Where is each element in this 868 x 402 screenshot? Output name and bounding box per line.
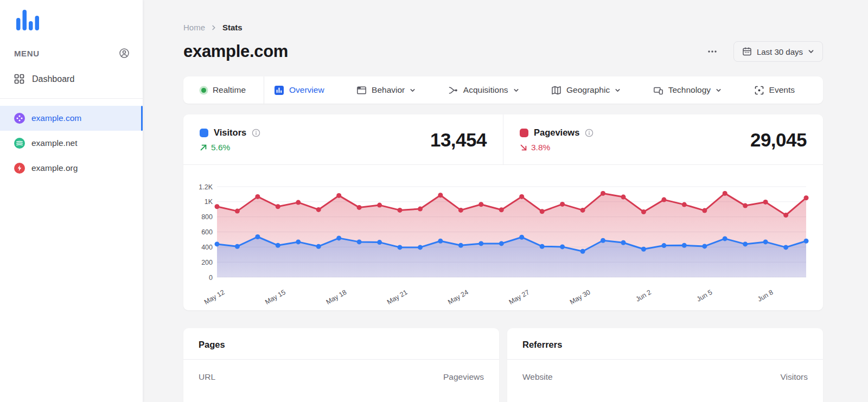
metric-change-value: 3.8%	[531, 143, 550, 152]
sidebar-item-example-com[interactable]: example.com	[0, 106, 143, 131]
app-logo-icon	[14, 8, 39, 31]
website-name: example.com	[31, 113, 81, 123]
svg-text:May 21: May 21	[386, 288, 409, 306]
website-waves-icon	[14, 138, 25, 149]
panel-title: Pages	[183, 328, 499, 360]
sidebar-divider	[0, 98, 143, 99]
metric-change-value: 5.6%	[211, 143, 230, 152]
info-icon[interactable]	[585, 129, 593, 137]
tab-label: Behavior	[372, 85, 405, 95]
svg-text:May 15: May 15	[264, 288, 287, 306]
metric-info: Pageviews 3.8%	[520, 127, 593, 152]
metric-visitors: Visitors 5.6% 1	[183, 114, 503, 164]
tab-bar: Realtime Overview	[183, 76, 823, 104]
svg-text:Jun 2: Jun 2	[634, 288, 653, 303]
svg-text:May 27: May 27	[508, 288, 531, 306]
visitors-count: 13,454	[430, 129, 487, 151]
page-title: example.com	[183, 42, 288, 61]
sidebar-item-example-net[interactable]: example.net	[0, 131, 143, 156]
menu-label: MENU	[14, 49, 40, 58]
metric-info: Visitors 5.6%	[200, 127, 260, 152]
svg-text:May 24: May 24	[446, 288, 470, 306]
metric-label: Visitors	[214, 127, 246, 138]
svg-text:600: 600	[201, 228, 213, 236]
more-options-button[interactable]	[704, 44, 720, 59]
chevron-down-icon	[615, 87, 621, 93]
tab-behavior[interactable]: Behavior	[356, 85, 416, 95]
tab-label: Acquisitions	[463, 85, 508, 95]
branch-flow-icon	[448, 85, 458, 95]
svg-text:May 12: May 12	[203, 288, 226, 306]
panel-title: Referrers	[507, 328, 823, 360]
breadcrumb-chevron-icon	[210, 24, 217, 31]
svg-text:Jun 5: Jun 5	[695, 288, 714, 303]
bar-chart-icon	[274, 85, 284, 95]
breadcrumb: Home Stats	[183, 23, 823, 32]
info-icon[interactable]	[252, 129, 260, 137]
detail-panels: Pages URL Pageviews Referrers Website Vi…	[183, 328, 823, 402]
svg-text:May 30: May 30	[569, 288, 592, 306]
svg-text:0: 0	[209, 274, 213, 282]
tab-events[interactable]: Events	[754, 85, 795, 95]
metrics-row: Visitors 5.6% 1	[183, 114, 823, 165]
tab-technology[interactable]: Technology	[653, 85, 722, 95]
calendar-icon	[742, 47, 752, 56]
svg-text:May 18: May 18	[325, 288, 348, 306]
sidebar-item-example-org[interactable]: example.org	[0, 156, 143, 181]
header-actions: Last 30 days	[704, 41, 823, 62]
column-header-url: URL	[199, 372, 215, 382]
scan-target-icon	[754, 85, 764, 95]
metric-change: 5.6%	[200, 143, 260, 152]
tab-overview[interactable]: Overview	[274, 85, 324, 95]
arrow-up-right-icon	[200, 144, 207, 151]
tab-label: Overview	[289, 85, 324, 95]
svg-text:Jun 8: Jun 8	[756, 288, 775, 303]
breadcrumb-home-link[interactable]: Home	[183, 23, 205, 32]
svg-text:1K: 1K	[205, 198, 213, 206]
pageviews-count: 29,045	[750, 129, 807, 151]
arrow-down-right-icon	[520, 144, 527, 151]
date-range-label: Last 30 days	[757, 47, 803, 56]
tab-label: Realtime	[213, 85, 246, 95]
pages-panel: Pages URL Pageviews	[183, 328, 499, 402]
app: MENU Dashboard	[0, 0, 868, 402]
overview-section: Visitors 5.6% 1	[183, 114, 823, 310]
overview-chart[interactable]: 02004006008001K1.2KMay 12May 15May 18May…	[183, 165, 823, 310]
main-content: Home Stats example.com	[143, 0, 868, 402]
page-header: example.com Last 30 days	[183, 40, 823, 63]
metric-label: Pageviews	[534, 127, 579, 138]
visitors-color-swatch	[200, 129, 208, 137]
metric-pageviews: Pageviews 3.8%	[503, 114, 823, 164]
svg-text:1.2K: 1.2K	[199, 183, 213, 191]
chevron-down-icon	[808, 48, 814, 55]
tab-realtime[interactable]: Realtime	[183, 76, 264, 104]
website-name: example.net	[31, 138, 77, 148]
sidebar-item-dashboard[interactable]: Dashboard	[0, 66, 143, 92]
tab-label: Geographic	[566, 85, 610, 95]
column-header-website: Website	[522, 372, 553, 382]
user-profile-icon[interactable]	[119, 48, 130, 59]
svg-text:200: 200	[201, 259, 213, 266]
sidebar-item-label: Dashboard	[32, 74, 74, 84]
realtime-status-dot-icon	[201, 88, 206, 93]
pageviews-color-swatch	[520, 129, 528, 137]
tab-acquisitions[interactable]: Acquisitions	[448, 85, 519, 95]
referrers-panel: Referrers Website Visitors	[507, 328, 823, 402]
column-header-pageviews: Pageviews	[443, 372, 484, 382]
tab-geographic[interactable]: Geographic	[551, 85, 621, 95]
website-bolt-icon	[14, 163, 25, 174]
sidebar: MENU Dashboard	[0, 0, 143, 402]
chevron-down-icon	[410, 87, 416, 93]
map-icon	[551, 85, 561, 95]
chevron-down-icon	[716, 87, 722, 93]
ellipsis-icon	[706, 46, 718, 57]
date-range-button[interactable]: Last 30 days	[733, 41, 823, 62]
column-header-visitors: Visitors	[780, 372, 808, 382]
website-dots-icon	[14, 113, 25, 124]
svg-text:800: 800	[201, 213, 213, 221]
website-list: example.com example.net ex	[0, 106, 143, 181]
metric-change: 3.8%	[520, 143, 593, 152]
chevron-down-icon	[513, 87, 519, 93]
website-name: example.org	[31, 163, 78, 173]
menu-header: MENU	[14, 48, 130, 59]
